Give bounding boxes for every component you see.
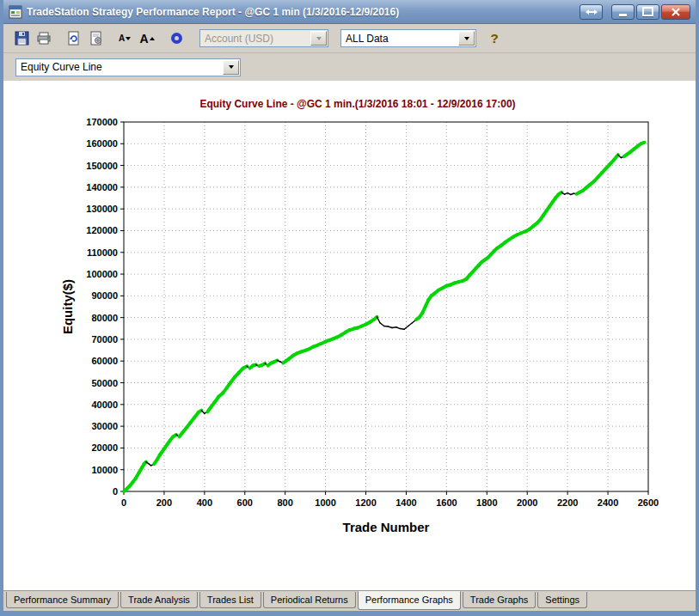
help-button[interactable]: ?	[484, 28, 505, 49]
increase-font-icon: A	[139, 32, 148, 46]
refresh-report-icon	[66, 31, 81, 46]
tradestation-button[interactable]	[166, 28, 187, 49]
save-button[interactable]	[11, 28, 32, 49]
svg-text:800: 800	[278, 497, 293, 508]
svg-text:1000: 1000	[315, 497, 335, 508]
svg-text:Trade Number: Trade Number	[343, 520, 430, 534]
format-report-button[interactable]	[85, 28, 106, 49]
svg-text:Equity($): Equity($)	[60, 279, 75, 334]
save-icon	[15, 31, 29, 46]
app-window: TradeStation Strategy Performance Report…	[0, 0, 699, 616]
close-icon	[671, 8, 680, 16]
graph-type-dropdown-value: Equity Curve Line	[21, 61, 102, 73]
svg-text:2000: 2000	[517, 497, 537, 508]
decrease-font-icon: A	[119, 34, 125, 43]
decrease-font-button[interactable]: A	[114, 28, 135, 49]
maximize-icon	[642, 7, 653, 16]
svg-text:1400: 1400	[395, 497, 416, 508]
title-bar: TradeStation Strategy Performance Report…	[3, 0, 696, 24]
tab-periodical-returns[interactable]: Periodical Returns	[263, 592, 356, 608]
svg-text:2200: 2200	[557, 497, 578, 508]
window-title: TradeStation Strategy Performance Report…	[27, 6, 579, 18]
increase-font-button[interactable]: A	[137, 28, 157, 49]
tab-performance-summary[interactable]: Performance Summary	[6, 592, 119, 608]
tab-trade-graphs[interactable]: Trade Graphs	[463, 592, 536, 608]
arrow-up-glyph	[150, 37, 155, 40]
svg-text:600: 600	[237, 497, 253, 508]
svg-text:70000: 70000	[91, 334, 118, 345]
minimize-button[interactable]	[611, 4, 635, 20]
tab-performance-graphs[interactable]: Performance Graphs	[358, 591, 461, 610]
account-dropdown-value: Account (USD)	[205, 33, 273, 45]
maximize-button[interactable]	[636, 4, 659, 20]
equity-curve-chart: 0100002000030000400005000060000700008000…	[57, 112, 659, 541]
tab-trade-analysis[interactable]: Trade Analysis	[120, 592, 198, 608]
horizontal-arrows-icon	[586, 9, 598, 15]
report-panel: Equity Curve Line - @GC 1 min.(1/3/2016 …	[3, 81, 696, 590]
tab-bar: Performance SummaryTrade AnalysisTrades …	[3, 590, 696, 613]
svg-text:60000: 60000	[91, 356, 118, 366]
data-range-dropdown-arrow[interactable]	[458, 31, 475, 46]
svg-text:160000: 160000	[86, 138, 118, 149]
svg-text:2400: 2400	[598, 497, 618, 508]
account-dropdown-arrow	[310, 31, 327, 46]
refresh-report-button[interactable]	[63, 28, 83, 49]
print-button[interactable]	[34, 28, 54, 49]
svg-text:120000: 120000	[86, 225, 118, 235]
data-range-dropdown[interactable]: ALL Data	[340, 29, 476, 47]
svg-text:1800: 1800	[476, 497, 497, 508]
window-controls	[579, 4, 690, 20]
svg-text:400: 400	[197, 497, 212, 508]
svg-text:2600: 2600	[638, 497, 659, 508]
svg-text:40000: 40000	[91, 399, 118, 410]
graph-selector-row: Equity Curve Line	[3, 53, 696, 81]
graph-type-dropdown-arrow[interactable]	[223, 60, 239, 75]
app-icon	[9, 5, 22, 19]
tradestation-icon	[171, 33, 182, 44]
svg-text:110000: 110000	[87, 247, 118, 258]
format-report-icon	[89, 31, 103, 46]
svg-text:90000: 90000	[91, 290, 118, 301]
svg-text:30000: 30000	[91, 421, 118, 431]
svg-text:10000: 10000	[91, 465, 118, 475]
svg-text:100000: 100000	[86, 269, 118, 279]
svg-text:140000: 140000	[86, 182, 118, 192]
svg-text:0: 0	[113, 486, 118, 497]
chart-wrap: 0100002000030000400005000060000700008000…	[57, 112, 696, 545]
print-icon	[36, 31, 52, 46]
svg-text:130000: 130000	[86, 204, 118, 214]
svg-text:80000: 80000	[91, 313, 118, 323]
svg-text:50000: 50000	[91, 378, 118, 388]
svg-text:170000: 170000	[86, 117, 118, 127]
toolbar: A A Account (USD) ALL Data ?	[3, 24, 696, 53]
account-dropdown: Account (USD)	[199, 29, 328, 47]
expand-window-button[interactable]	[579, 4, 603, 20]
tab-settings[interactable]: Settings	[537, 592, 587, 608]
svg-text:200: 200	[156, 497, 172, 508]
help-icon: ?	[490, 31, 498, 46]
data-range-dropdown-value: ALL Data	[346, 33, 389, 45]
close-button[interactable]	[661, 4, 690, 20]
svg-text:1200: 1200	[355, 497, 376, 508]
svg-text:20000: 20000	[91, 442, 118, 453]
minimize-icon	[619, 14, 627, 16]
svg-text:150000: 150000	[86, 161, 118, 171]
svg-text:0: 0	[121, 497, 126, 508]
graph-type-dropdown[interactable]: Equity Curve Line	[15, 58, 241, 76]
arrow-down-glyph	[126, 37, 131, 40]
tab-trades-list[interactable]: Trades List	[199, 592, 261, 608]
svg-text:1600: 1600	[436, 497, 457, 508]
chart-title: Equity Curve Line - @GC 1 min.(1/3/2016 …	[57, 98, 659, 110]
